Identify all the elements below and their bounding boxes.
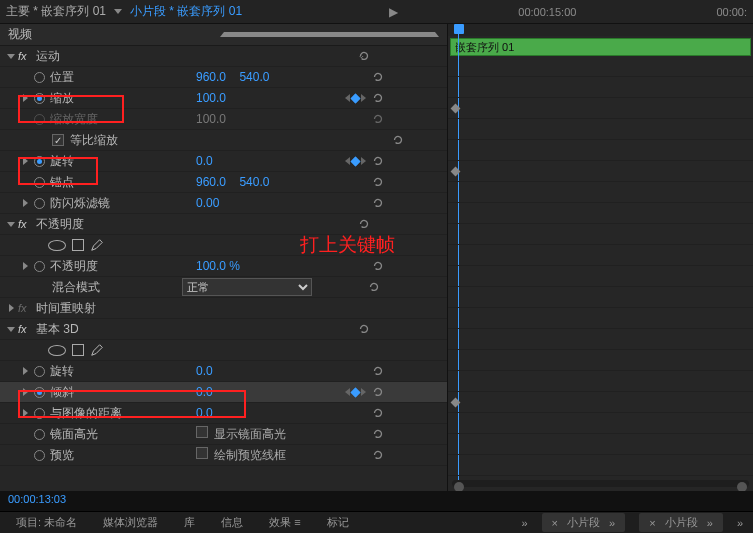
source-clip-label: 小片段 * 嵌套序列 01: [130, 3, 242, 20]
tab-project[interactable]: 项目: 未命名: [10, 513, 83, 532]
overflow-icon[interactable]: »: [521, 517, 527, 529]
prop-tilt[interactable]: 倾斜 0.0: [0, 382, 447, 403]
reset-icon[interactable]: [352, 322, 376, 336]
pen-mask-icon[interactable]: [90, 343, 104, 357]
preview-checkbox[interactable]: [196, 447, 208, 459]
stopwatch-icon[interactable]: [34, 429, 45, 440]
reset-icon[interactable]: [386, 133, 410, 147]
collapse-icon[interactable]: [220, 32, 440, 37]
time-ruler[interactable]: [448, 24, 753, 36]
timeline-tick-1: 00:00:15:00: [518, 6, 576, 18]
mini-timeline[interactable]: 嵌套序列 01: [448, 24, 753, 491]
reset-icon[interactable]: [366, 427, 390, 441]
prop-rotation[interactable]: 旋转 0.0: [0, 151, 447, 172]
rect-mask-icon[interactable]: [72, 239, 84, 251]
effect-controls-panel: 视频 fx 运动 位置 960.0 540.0: [0, 24, 448, 491]
stopwatch-icon[interactable]: [34, 408, 45, 419]
master-dropdown-icon[interactable]: [114, 9, 122, 14]
effect-basic-3d[interactable]: fx 基本 3D: [0, 319, 447, 340]
effect-time-remap[interactable]: fx 时间重映射: [0, 298, 447, 319]
prop-scale[interactable]: 缩放 100.0: [0, 88, 447, 109]
prop-uniform-scale[interactable]: 等比缩放: [0, 130, 447, 151]
tab-info[interactable]: 信息: [215, 513, 249, 532]
reset-icon[interactable]: [366, 196, 390, 210]
play-icon[interactable]: ▶: [389, 5, 398, 19]
stopwatch-icon[interactable]: [34, 198, 45, 209]
fx-badge-icon: fx: [18, 50, 32, 62]
stopwatch-icon[interactable]: [34, 72, 45, 83]
sequence-tab[interactable]: × 小片段 »: [542, 513, 626, 532]
keyframe-marker[interactable]: [451, 166, 461, 176]
keyframe-nav[interactable]: [316, 388, 366, 396]
rect-mask-icon[interactable]: [72, 344, 84, 356]
reset-icon[interactable]: [366, 112, 390, 126]
tab-media-browser[interactable]: 媒体浏览器: [97, 513, 164, 532]
prop-specular[interactable]: 镜面高光 显示镜面高光: [0, 424, 447, 445]
overflow-icon[interactable]: »: [737, 517, 743, 529]
reset-icon[interactable]: [352, 217, 376, 231]
stopwatch-icon[interactable]: [34, 261, 45, 272]
keyframe-nav[interactable]: [316, 94, 366, 102]
keyframe-marker[interactable]: [451, 397, 461, 407]
timeline-tick-2: 00:00:: [716, 6, 747, 18]
tab-effects[interactable]: 效果 ≡: [263, 513, 306, 532]
prop-position[interactable]: 位置 960.0 540.0: [0, 67, 447, 88]
stopwatch-icon[interactable]: [34, 450, 45, 461]
blend-mode-select[interactable]: 正常: [182, 278, 312, 296]
prop-antiflicker[interactable]: 防闪烁滤镜 0.00: [0, 193, 447, 214]
reset-icon[interactable]: [366, 175, 390, 189]
fx-badge-icon: fx: [18, 302, 32, 314]
stopwatch-icon: [34, 114, 45, 125]
uniform-checkbox[interactable]: [52, 134, 64, 146]
ellipse-mask-icon[interactable]: [48, 240, 66, 251]
prop-blend-mode[interactable]: 混合模式 正常: [0, 277, 447, 298]
reset-icon[interactable]: [366, 385, 390, 399]
tab-library[interactable]: 库: [178, 513, 201, 532]
reset-icon[interactable]: [366, 91, 390, 105]
reset-icon[interactable]: [366, 406, 390, 420]
stopwatch-icon[interactable]: [34, 177, 45, 188]
prop-preview[interactable]: 预览 绘制预览线框: [0, 445, 447, 466]
reset-icon[interactable]: [352, 49, 376, 63]
reset-icon[interactable]: [362, 280, 386, 294]
current-timecode[interactable]: 00:00:13:03: [0, 491, 753, 511]
reset-icon[interactable]: [366, 154, 390, 168]
video-section-header[interactable]: 视频: [0, 24, 447, 46]
ellipse-mask-icon[interactable]: [48, 345, 66, 356]
sequence-tab[interactable]: × 小片段 »: [639, 513, 723, 532]
reset-icon[interactable]: [366, 448, 390, 462]
reset-icon[interactable]: [366, 70, 390, 84]
master-clip-label: 主要 * 嵌套序列 01: [6, 3, 106, 20]
pen-mask-icon[interactable]: [90, 238, 104, 252]
stopwatch-icon[interactable]: [34, 156, 45, 167]
prop-anchor[interactable]: 锚点 960.0 540.0: [0, 172, 447, 193]
basic3d-mask-tools: [0, 340, 447, 361]
tab-markers[interactable]: 标记: [321, 513, 355, 532]
reset-icon[interactable]: [366, 364, 390, 378]
stopwatch-icon[interactable]: [34, 93, 45, 104]
reset-icon[interactable]: [366, 259, 390, 273]
fx-badge-icon: fx: [18, 218, 32, 230]
effect-opacity[interactable]: fx 不透明度: [0, 214, 447, 235]
specular-checkbox[interactable]: [196, 426, 208, 438]
stopwatch-icon[interactable]: [34, 387, 45, 398]
panel-header: 主要 * 嵌套序列 01 小片段 * 嵌套序列 01 ▶ 00:00:15:00…: [0, 0, 753, 24]
opacity-mask-tools: [0, 235, 447, 256]
timeline-zoom-scrollbar[interactable]: [452, 480, 749, 487]
prop-scale-width: 缩放宽度 100.0: [0, 109, 447, 130]
stopwatch-icon[interactable]: [34, 366, 45, 377]
prop-swivel[interactable]: 旋转 0.0: [0, 361, 447, 382]
bottom-tabs: 项目: 未命名 媒体浏览器 库 信息 效果 ≡ 标记 » × 小片段 » × 小…: [0, 511, 753, 533]
keyframe-marker[interactable]: [451, 103, 461, 113]
keyframe-nav[interactable]: [316, 157, 366, 165]
fx-badge-icon: fx: [18, 323, 32, 335]
prop-opacity[interactable]: 不透明度 100.0 %: [0, 256, 447, 277]
timeline-clip[interactable]: 嵌套序列 01: [450, 38, 751, 56]
prop-distance[interactable]: 与图像的距离 0.0: [0, 403, 447, 424]
effect-motion[interactable]: fx 运动: [0, 46, 447, 67]
